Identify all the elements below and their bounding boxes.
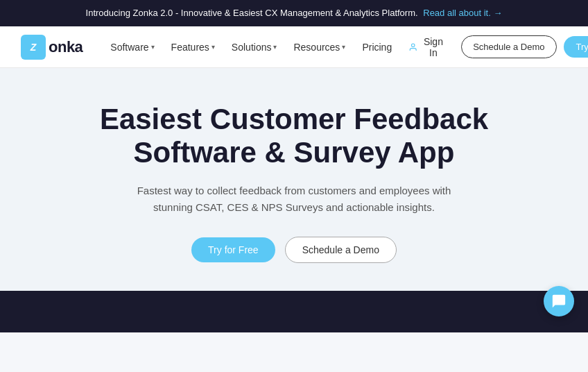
bottom-bar (0, 291, 588, 332)
chat-bubble-button[interactable] (544, 286, 574, 316)
nav-item-resources[interactable]: Resources ▾ (286, 36, 352, 58)
sign-in-icon (408, 41, 417, 53)
hero-schedule-demo-button[interactable]: Schedule a Demo (285, 237, 397, 263)
nav-pricing-label: Pricing (362, 42, 392, 53)
sign-in-button[interactable]: Sign In (399, 31, 454, 64)
nav-links: Software ▾ Features ▾ Solutions ▾ Resour… (103, 36, 399, 58)
schedule-demo-button[interactable]: Schedule a Demo (461, 35, 556, 58)
chevron-down-icon: ▾ (211, 43, 215, 51)
chevron-down-icon: ▾ (151, 43, 155, 51)
nav-item-features[interactable]: Features ▾ (164, 36, 222, 58)
navbar: Z onka Software ▾ Features ▾ Solutions ▾… (0, 26, 588, 68)
nav-item-software[interactable]: Software ▾ (103, 36, 161, 58)
nav-right: Sign In Schedule a Demo Try for Free (399, 31, 588, 64)
logo-icon: Z (21, 35, 46, 60)
sign-in-label: Sign In (422, 36, 445, 58)
logo[interactable]: Z onka (21, 35, 83, 60)
try-free-button[interactable]: Try for Free (564, 36, 588, 58)
nav-item-solutions[interactable]: Solutions ▾ (225, 36, 284, 58)
logo-text: onka (49, 38, 83, 56)
chat-icon (551, 294, 567, 309)
nav-features-label: Features (171, 42, 209, 53)
nav-resources-label: Resources (293, 42, 340, 53)
nav-item-pricing[interactable]: Pricing (355, 36, 399, 58)
announcement-link[interactable]: Read all about it. → (423, 8, 502, 18)
nav-solutions-label: Solutions (232, 42, 272, 53)
hero-buttons: Try for Free Schedule a Demo (191, 237, 397, 263)
hero-try-free-button[interactable]: Try for Free (191, 237, 275, 262)
nav-software-label: Software (110, 42, 148, 53)
hero-subtitle: Fastest way to collect feedback from cus… (128, 183, 460, 216)
chevron-down-icon: ▾ (342, 43, 345, 51)
hero-title: Easiest Customer Feedback Software & Sur… (100, 103, 488, 170)
logo-brand: onka (49, 38, 83, 56)
announcement-bar: Introducing Zonka 2.0 - Innovative & Eas… (0, 0, 588, 26)
chevron-down-icon: ▾ (273, 43, 277, 51)
svg-point-0 (412, 44, 415, 46)
hero-section: Easiest Customer Feedback Software & Sur… (0, 68, 588, 291)
announcement-text: Introducing Zonka 2.0 - Innovative & Eas… (86, 8, 418, 18)
logo-letter: Z (31, 42, 37, 53)
